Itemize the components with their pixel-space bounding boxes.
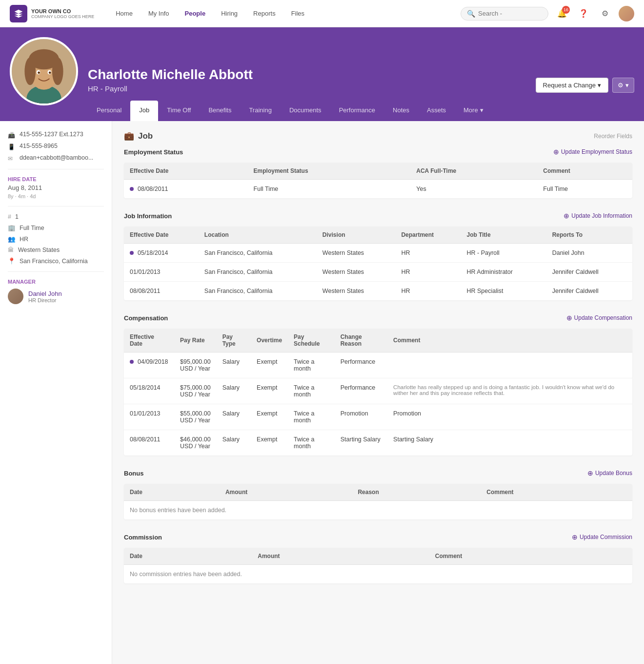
job-info-title: Job Information	[124, 212, 172, 220]
nav-files[interactable]: Files	[284, 6, 311, 21]
table-row: 08/08/2011 $46,000.00 USD / Year Salary …	[124, 430, 632, 456]
user-avatar[interactable]	[619, 6, 634, 21]
col-commission-amount: Amount	[252, 548, 429, 565]
logo-icon	[14, 9, 23, 19]
col-location: Location	[199, 227, 317, 244]
tab-performance[interactable]: Performance	[330, 101, 384, 121]
nav-myinfo[interactable]: My Info	[141, 6, 176, 21]
chevron-down-icon: ▾	[598, 82, 601, 89]
svg-point-6	[24, 58, 36, 85]
help-button[interactable]: ❓	[576, 6, 591, 21]
profile-header: Charlotte Michelle Abbott HR - Payroll R…	[0, 27, 644, 101]
tab-assets[interactable]: Assets	[418, 101, 455, 121]
sidebar-email: ✉ ddean+cabbott@bamboo...	[8, 154, 104, 162]
table-row: 08/08/2011 San Francisco, California Wes…	[124, 282, 632, 301]
manager-label: Manager	[8, 279, 104, 285]
compensation-table: Effective Date Pay Rate Pay Type Overtim…	[124, 329, 632, 456]
notifications-button[interactable]: 🔔 16	[554, 6, 570, 21]
update-commission-link[interactable]: ⊕ Update Commission	[572, 533, 632, 541]
profile-actions: Request a Change ▾ ⚙ ▾	[536, 78, 634, 101]
tabs-bar: Personal Job Time Off Benefits Training …	[0, 101, 644, 121]
tab-job[interactable]: Job	[130, 101, 158, 121]
cell-date: 08/08/2011	[124, 180, 248, 199]
compensation-title: Compensation	[124, 314, 168, 322]
tab-documents[interactable]: Documents	[281, 101, 330, 121]
table-row: No commission entries have been added.	[124, 565, 632, 584]
table-row: 08/08/2011 Full Time Yes Full Time	[124, 180, 632, 199]
svg-point-11	[49, 71, 51, 74]
tab-notes[interactable]: Notes	[384, 101, 418, 121]
nav-people[interactable]: People	[178, 6, 213, 21]
search-input[interactable]	[478, 10, 542, 17]
search-box[interactable]: 🔍	[461, 7, 548, 21]
col-bonus-date: Date	[124, 484, 220, 501]
gear-icon: ⚙	[602, 9, 608, 18]
update-job-info-link[interactable]: ⊕ Update Job Information	[564, 212, 632, 220]
hire-date-value: Aug 8, 2011	[8, 184, 104, 191]
reports-to-link-3[interactable]: Jennifer Caldwell	[546, 282, 632, 301]
col-aca-fulltime: ACA Full-Time	[410, 163, 537, 180]
job-info-header: Job Information ⊕ Update Job Information	[124, 212, 632, 220]
col-commission-comment: Comment	[429, 548, 632, 565]
company-logo[interactable]: YOUR OWN CO COMPANY LOGO GOES HERE	[10, 5, 94, 22]
profile-avatar-image	[12, 39, 76, 104]
manager-name[interactable]: Daniel John	[28, 290, 62, 297]
profile-settings-button[interactable]: ⚙ ▾	[612, 78, 634, 93]
sidebar-division: 🏛 Western States	[8, 247, 104, 253]
update-compensation-link[interactable]: ⊕ Update Compensation	[566, 314, 632, 322]
nav-links: Home My Info People Hiring Reports Files	[109, 6, 461, 21]
compensation-header: Compensation ⊕ Update Compensation	[124, 314, 632, 322]
sidebar: 📠 415-555-1237 Ext.1273 📱 415-555-8965 ✉…	[0, 121, 112, 664]
current-dot	[130, 187, 134, 191]
reorder-fields-link[interactable]: Reorder Fields	[594, 133, 632, 140]
main-layout: 📠 415-555-1237 Ext.1273 📱 415-555-8965 ✉…	[0, 121, 644, 664]
nav-hiring[interactable]: Hiring	[214, 6, 244, 21]
bonus-section: Bonus ⊕ Update Bonus Date Amount Reason …	[124, 469, 632, 519]
employment-status-section: Employment Status ⊕ Update Employment St…	[124, 148, 632, 198]
sidebar-employment-type: 🏢 Full Time	[8, 224, 104, 231]
col-bonus-amount: Amount	[220, 484, 352, 501]
table-row: 01/01/2013 $55,000.00 USD / Year Salary …	[124, 404, 632, 430]
sidebar-phone2: 📱 415-555-8965	[8, 143, 104, 150]
col-effective-date: Effective Date	[124, 163, 248, 180]
search-icon: 🔍	[467, 10, 475, 18]
job-section-header: 💼 Job Reorder Fields	[124, 131, 632, 141]
plus-icon-2: ⊕	[564, 212, 569, 220]
plus-icon-4: ⊕	[587, 469, 593, 477]
reports-to-link-2[interactable]: Jennifer Caldwell	[546, 263, 632, 282]
nav-reports[interactable]: Reports	[246, 6, 282, 21]
col-division: Division	[317, 227, 396, 244]
col-comment: Comment	[537, 163, 632, 180]
bonus-empty-message: No bonus entries have been added.	[124, 501, 632, 520]
table-row: 05/18/2014 $75,000.00 USD / Year Salary …	[124, 378, 632, 404]
division-icon: 🏛	[8, 247, 14, 253]
reports-to-link[interactable]: Daniel John	[546, 244, 632, 263]
table-row: No bonus entries have been added.	[124, 501, 632, 520]
profile-title: HR - Payroll	[88, 84, 526, 93]
sidebar-location: 📍 San Francisco, California	[8, 257, 104, 265]
col-comp-comment: Comment	[387, 329, 632, 353]
request-change-button[interactable]: Request a Change ▾	[536, 78, 608, 93]
plus-icon-5: ⊕	[572, 533, 578, 541]
manager-role: HR Director	[28, 297, 62, 303]
logo-box	[10, 5, 27, 22]
tab-benefits[interactable]: Benefits	[200, 101, 240, 121]
settings-button[interactable]: ⚙	[597, 6, 613, 21]
tab-timeoff[interactable]: Time Off	[158, 101, 200, 121]
manager-info: Daniel John HR Director	[28, 290, 62, 303]
update-bonus-link[interactable]: ⊕ Update Bonus	[587, 469, 632, 477]
bonus-header: Bonus ⊕ Update Bonus	[124, 469, 632, 477]
col-eff-date: Effective Date	[124, 227, 199, 244]
employment-status-title: Employment Status	[124, 148, 183, 156]
tab-personal[interactable]: Personal	[88, 101, 130, 121]
nav-home[interactable]: Home	[109, 6, 140, 21]
settings-icon: ⚙	[618, 82, 624, 89]
table-row: 01/01/2013 San Francisco, California Wes…	[124, 263, 632, 282]
col-bonus-comment: Comment	[481, 484, 632, 501]
commission-title: Commission	[124, 534, 162, 541]
cell-aca: Yes	[410, 180, 537, 199]
tab-training[interactable]: Training	[240, 101, 280, 121]
update-employment-status-link[interactable]: ⊕ Update Employment Status	[553, 148, 632, 156]
tab-more[interactable]: More ▾	[455, 101, 492, 121]
department-icon: 👥	[8, 235, 16, 243]
